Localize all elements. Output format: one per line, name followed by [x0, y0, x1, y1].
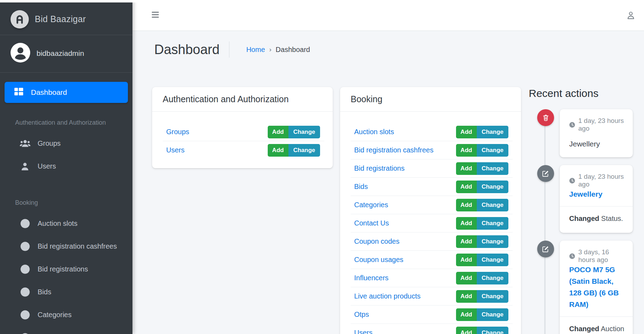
add-button-bids[interactable]: Add: [456, 181, 477, 193]
model-row-coupon-usages: Coupon usagesAddChange: [340, 251, 521, 269]
change-button-bid-registrations[interactable]: Change: [477, 162, 508, 175]
change-button-live-auction-products[interactable]: Change: [477, 290, 508, 303]
change-button-categories[interactable]: Change: [477, 199, 508, 211]
sidebar-item-users[interactable]: Users: [5, 155, 128, 178]
model-link-users[interactable]: Users: [166, 146, 184, 154]
change-button-influencers[interactable]: Change: [477, 272, 508, 284]
recent-actions: Recent actions 1 day, 23 hours agoJewell…: [529, 86, 633, 334]
timeline-object-link[interactable]: Jewellery: [569, 190, 603, 198]
breadcrumb-separator: ›: [269, 46, 271, 53]
add-button-otps[interactable]: Add: [456, 308, 477, 321]
sidebar-user-name: bidbaaziadmin: [37, 49, 84, 58]
sidebar-user-panel[interactable]: bidbaaziadmin: [0, 35, 132, 73]
sidebar-item-groups[interactable]: Groups: [5, 132, 128, 155]
circle-icon: [19, 219, 31, 228]
page-title: Dashboard: [154, 42, 220, 57]
model-link-live-auction-products[interactable]: Live auction products: [354, 292, 421, 300]
model-link-users[interactable]: Users: [354, 329, 372, 334]
model-actions: AddChange: [456, 217, 508, 230]
sidebar-item-dashboard[interactable]: Dashboard: [5, 82, 128, 103]
add-button-bid-registration-cashfrees[interactable]: Add: [456, 144, 477, 157]
model-row-bid-registration-cashfrees: Bid registration cashfreesAddChange: [340, 141, 521, 159]
sidebar-item-label: Auction slots: [38, 220, 77, 228]
change-button-users[interactable]: Change: [477, 327, 508, 334]
user-outline-icon[interactable]: [626, 11, 636, 21]
circle-icon: [19, 287, 31, 297]
change-button-bid-registration-cashfrees[interactable]: Change: [477, 144, 508, 157]
breadcrumb-home-link[interactable]: Home: [246, 46, 265, 54]
sidebar: Bid Baazigar bidbaaziadmin Dashboard Aut…: [0, 0, 132, 334]
change-button-contact-us[interactable]: Change: [477, 217, 508, 230]
model-link-categories[interactable]: Categories: [354, 201, 388, 209]
model-link-influencers[interactable]: Influencers: [354, 274, 389, 282]
model-link-bid-registration-cashfrees[interactable]: Bid registration cashfrees: [354, 146, 434, 154]
sidebar-item-label: Dashboard: [31, 88, 67, 97]
model-link-coupon-usages[interactable]: Coupon usages: [354, 256, 403, 264]
add-button-auction-slots[interactable]: Add: [456, 126, 477, 138]
top-strip: [0, 0, 644, 2]
card-body: GroupsAddChangeUsersAddChange: [152, 112, 333, 168]
model-actions: AddChange: [456, 308, 508, 321]
add-button-users[interactable]: Add: [456, 327, 477, 334]
clock-icon: [569, 122, 575, 128]
model-link-groups[interactable]: Groups: [166, 128, 189, 136]
sidebar-item-bid-registrations[interactable]: Bid registrations: [5, 258, 128, 281]
timestamp-text: 3 days, 16 hours ago: [578, 248, 624, 264]
model-actions: AddChange: [268, 126, 320, 138]
change-button-bids[interactable]: Change: [477, 181, 508, 193]
model-link-bid-registrations[interactable]: Bid registrations: [354, 164, 404, 172]
timeline-card: 3 days, 16 hours agoPOCO M7 5G (Satin Bl…: [560, 241, 633, 334]
add-button-live-auction-products[interactable]: Add: [456, 290, 477, 303]
model-link-contact-us[interactable]: Contact Us: [354, 219, 389, 227]
model-link-otps[interactable]: Otps: [354, 310, 369, 319]
change-button-coupon-codes[interactable]: Change: [477, 235, 508, 248]
sidebar-item-bids[interactable]: Bids: [5, 281, 128, 303]
add-button-groups[interactable]: Add: [268, 126, 288, 138]
nav-items: GroupsUsers: [5, 127, 128, 183]
model-link-coupon-codes[interactable]: Coupon codes: [354, 237, 399, 245]
admin-dashboard-page: Bid Baazigar bidbaaziadmin Dashboard Aut…: [0, 0, 644, 334]
sidebar-item-bid-registration-cashfrees[interactable]: Bid registration cashfrees: [5, 235, 128, 258]
add-button-coupon-usages[interactable]: Add: [456, 254, 477, 266]
add-button-contact-us[interactable]: Add: [456, 217, 477, 230]
card-title: Booking: [340, 87, 521, 112]
add-button-influencers[interactable]: Add: [456, 272, 477, 284]
model-actions: AddChange: [456, 272, 508, 284]
sidebar-item-categories[interactable]: Categories: [5, 303, 128, 326]
change-button-groups[interactable]: Change: [288, 126, 320, 138]
nav-section-title: Booking: [5, 198, 128, 207]
timeline-object-link[interactable]: POCO M7 5G (Satin Black, 128 GB) (6 GB R…: [569, 266, 619, 308]
timestamp-text: 1 day, 23 hours ago: [578, 173, 624, 188]
change-button-users[interactable]: Change: [288, 144, 320, 157]
add-button-bid-registrations[interactable]: Add: [456, 162, 477, 175]
model-row-users: UsersAddChange: [152, 141, 333, 159]
sidebar-item-label: Bid registrations: [38, 265, 88, 273]
edit-icon: [537, 241, 554, 257]
sidebar-nav: Dashboard Authentication and Authorizati…: [0, 73, 132, 334]
sidebar-item-label: Groups: [38, 139, 61, 148]
model-link-bids[interactable]: Bids: [354, 183, 368, 191]
timeline-entry: 3 days, 16 hours agoPOCO M7 5G (Satin Bl…: [529, 241, 633, 334]
model-link-auction-slots[interactable]: Auction slots: [354, 128, 394, 136]
sidebar-item-auction-slots[interactable]: Auction slots: [5, 212, 128, 235]
add-button-coupon-codes[interactable]: Add: [456, 235, 477, 248]
timeline-object-name: Jewellery: [569, 138, 624, 150]
change-button-coupon-usages[interactable]: Change: [477, 254, 508, 266]
model-row-contact-us: Contact UsAddChange: [340, 214, 521, 232]
sidebar-item-contact-us[interactable]: Contact Us: [5, 326, 128, 334]
timeline-timestamp: 3 days, 16 hours ago: [569, 248, 624, 264]
recent-actions-title: Recent actions: [529, 86, 633, 100]
timestamp-text: 1 day, 23 hours ago: [578, 117, 624, 132]
topbar: [132, 0, 644, 31]
change-button-auction-slots[interactable]: Change: [477, 126, 508, 138]
breadcrumb-current: Dashboard: [276, 46, 310, 54]
change-button-otps[interactable]: Change: [477, 308, 508, 321]
timeline-action-text: Changed Status.: [569, 207, 624, 225]
model-actions: AddChange: [456, 144, 508, 157]
add-button-categories[interactable]: Add: [456, 199, 477, 211]
add-button-users[interactable]: Add: [268, 144, 288, 157]
brand-link[interactable]: Bid Baazigar: [0, 0, 132, 35]
menu-icon[interactable]: [152, 12, 159, 19]
model-row-coupon-codes: Coupon codesAddChange: [340, 233, 521, 250]
users-icon: [19, 139, 31, 148]
